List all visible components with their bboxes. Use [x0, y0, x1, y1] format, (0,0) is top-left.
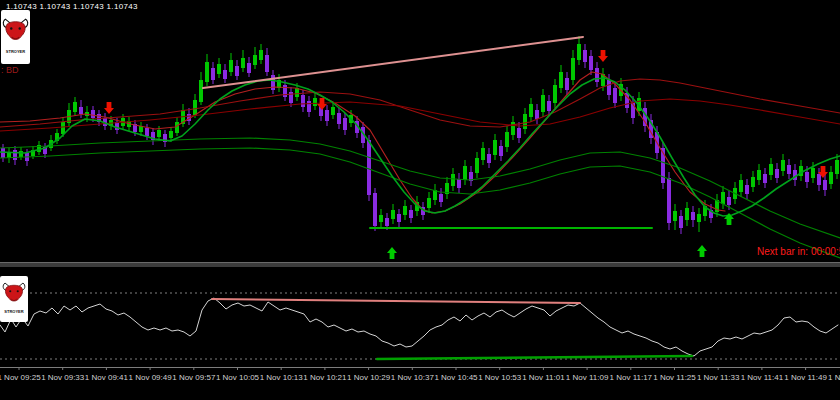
candle-body [391, 210, 395, 219]
candle-body [553, 85, 557, 103]
candle-body [505, 132, 509, 147]
candle-body [337, 113, 341, 124]
candle-body [13, 150, 17, 160]
time-label: 1 Nov 10:13 [260, 373, 304, 382]
candle-body [817, 174, 821, 185]
time-label: 1 Nov 11:33 [697, 373, 740, 382]
candle-body [211, 68, 215, 80]
chart-canvas[interactable]: 1 Nov 09:251 Nov 09:331 Nov 09:411 Nov 0… [0, 0, 840, 400]
indicator-logo: STROYER [1, 10, 30, 64]
candle-body [205, 62, 209, 82]
time-label: 1 Nov 11:25 [653, 373, 696, 382]
time-label: 1 Nov 09:25 [0, 373, 41, 382]
candle-body [805, 172, 809, 182]
time-label: 1 Nov 10:45 [434, 373, 478, 382]
candle-body [427, 198, 431, 208]
candle-body [547, 101, 551, 111]
candle-body [607, 80, 611, 95]
candle-body [583, 50, 587, 62]
candle-body [367, 140, 371, 195]
candle-body [385, 218, 389, 226]
candle-body [1, 148, 5, 158]
time-label: 1 Nov 10:53 [478, 373, 522, 382]
candle-body [757, 170, 761, 180]
candle-body [541, 95, 545, 112]
candle-body [325, 110, 329, 121]
candle-body [175, 122, 179, 133]
candle-body [259, 50, 263, 60]
candle-body [481, 148, 485, 160]
time-label: 1 Nov 09:57 [172, 373, 216, 382]
candle-body [19, 151, 23, 157]
candle-body [571, 58, 575, 80]
candle-body [79, 107, 83, 114]
candle-body [217, 64, 221, 74]
candle-body [751, 177, 755, 187]
bull-logo-icon [2, 277, 26, 310]
logo-text: STROYER [6, 50, 25, 55]
time-label: 1 Nov 10:37 [391, 373, 435, 382]
time-label: 1 Nov 11:09 [566, 373, 609, 382]
candle-body [403, 206, 407, 215]
candle-body [373, 193, 377, 226]
trading-chart-window: 1 Nov 09:251 Nov 09:331 Nov 09:411 Nov 0… [0, 0, 840, 400]
candle-body [523, 114, 527, 129]
candle-body [91, 110, 95, 118]
time-label: 1 Nov 10:21 [303, 373, 347, 382]
candle-body [493, 140, 497, 155]
candle-body [787, 165, 791, 174]
candle-body [721, 192, 725, 204]
candle-body [517, 128, 521, 138]
candle-body [739, 180, 743, 192]
candle-body [823, 180, 827, 190]
candle-body [565, 78, 569, 90]
candle-body [457, 179, 461, 188]
candle-body [439, 194, 443, 202]
candle-body [487, 154, 491, 163]
candle-body [781, 160, 785, 171]
time-label: 1 Nov 11:57 [828, 373, 840, 382]
candle-body [835, 160, 839, 174]
time-label: 1 Nov 11:17 [610, 373, 653, 382]
time-label: 1 Nov 10:29 [347, 373, 391, 382]
candle-body [613, 88, 617, 103]
candle-body [535, 110, 539, 119]
candle-body [343, 118, 347, 130]
candle-body [811, 168, 815, 178]
candle-body [691, 212, 695, 220]
candle-body [829, 172, 833, 184]
candle-body [529, 104, 533, 117]
candle-body [199, 80, 203, 102]
time-label: 1 Nov 09:33 [41, 373, 85, 382]
next-bar-countdown: Next bar in: 00:00:5 [757, 246, 840, 257]
candle-body [247, 63, 251, 73]
candle-body [475, 158, 479, 173]
time-label: 1 Nov 11:01 [522, 373, 565, 382]
candle-body [727, 197, 731, 205]
candle-body [769, 164, 773, 175]
candle-body [241, 58, 245, 68]
time-label: 1 Nov 09:41 [85, 373, 129, 382]
candle-body [193, 100, 197, 115]
candle-body [499, 146, 503, 156]
candle-body [775, 169, 779, 178]
time-label: 1 Nov 11:49 [784, 373, 827, 382]
candle-body [235, 66, 239, 76]
candle-body [157, 130, 161, 137]
logo-text: STROYER [4, 310, 23, 315]
candle-body [595, 68, 599, 82]
candle-body [379, 215, 383, 222]
candle-body [229, 60, 233, 72]
candle-body [397, 214, 401, 222]
time-label: 1 Nov 11:41 [741, 373, 784, 382]
candle-body [697, 214, 701, 222]
candle-body [73, 102, 77, 112]
chart-background [0, 0, 840, 400]
candle-body [463, 166, 467, 180]
candle-body [685, 208, 689, 220]
candle-body [313, 98, 317, 106]
candle-body [679, 216, 683, 228]
candle-body [559, 72, 563, 88]
candle-body [61, 122, 65, 134]
candle-body [145, 128, 149, 136]
